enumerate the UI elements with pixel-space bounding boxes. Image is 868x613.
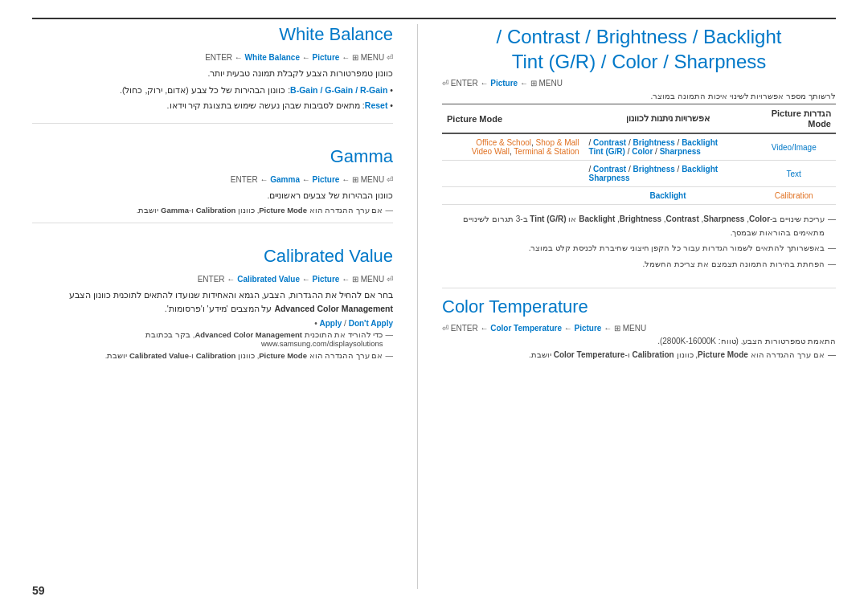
- table-row: Text / Contrast / Brightness / Backlight…: [442, 161, 836, 187]
- gamma-breadcrumb: ⏎ ENTER ← Gamma ← Picture ← ⊞ MENU: [32, 175, 393, 184]
- right-main-title: / Contrast / Brightness / Backlight Tint…: [442, 24, 836, 74]
- calibrated-note-1: — כדי להוריד את התוכנית Advanced Color M…: [32, 330, 393, 348]
- divider-1: [32, 123, 393, 124]
- color-temperature-text: התאמת טמפרטורות הצבע. (טווח: 2800K-16000…: [442, 337, 836, 345]
- top-border: [32, 18, 836, 19]
- calibrated-value-breadcrumb: ⏎ ENTER ← Calibrated Value ← Picture ← ⊞…: [32, 275, 393, 284]
- white-balance-title: White Balance: [32, 24, 393, 45]
- color-temperature-section: Color Temperature ⏎ ENTER ← Color Temper…: [442, 296, 836, 369]
- right-breadcrumb: ⏎ ENTER ← Picture ← ⊞ MENU: [442, 79, 836, 88]
- white-balance-section: White Balance ⏎ ENTER ← White Balance ← …: [32, 24, 393, 115]
- page-number: 59: [32, 584, 45, 597]
- right-note-3: — הפחתת בהירות התמונה תצמצם את צריכת החש…: [442, 258, 836, 272]
- picture-mode-table: הגדרות PictureMode אפשרויות ניתנות לכוונ…: [442, 104, 836, 205]
- right-notes: — עריכת שינויים ב-Backlight ,Brightness …: [442, 213, 836, 273]
- divider-2: [32, 223, 393, 223]
- gamma-text: כוונון הבהירות של צבעים ראשוניים.: [32, 189, 393, 202]
- table-header-mode: הגדרות PictureMode: [751, 104, 836, 134]
- table-cell-setting-1: Video/Image: [751, 133, 836, 161]
- gamma-section: Gamma ⏎ ENTER ← Gamma ← Picture ← ⊞ MENU…: [32, 132, 393, 215]
- color-temperature-breadcrumb: ⏎ ENTER ← Color Temperature ← Picture ← …: [442, 324, 836, 333]
- table-cell-setting-2: Text: [751, 161, 836, 187]
- left-column: White Balance ⏎ ENTER ← White Balance ← …: [32, 24, 418, 589]
- gamma-note: — אם ערך ההגדרה הוא Picture Mode, כוונון…: [32, 206, 393, 215]
- right-intro-text: לרשותך מספר אפשרויות לשינוי איכות התמונה…: [442, 92, 836, 100]
- apply-options: Apply / Don't Apply •: [32, 319, 393, 328]
- table-cell-setting-3: Calibration: [751, 187, 836, 205]
- table-cell-mode-2: [442, 161, 584, 187]
- color-temp-note-1: — אם ערך ההגדרה הוא Picture Mode, כוונון…: [442, 349, 836, 362]
- table-cell-options-2: / Contrast / Brightness / Backlight Shar…: [584, 161, 752, 187]
- table-cell-mode-3: [442, 187, 584, 205]
- calibrated-value-title: Calibrated Value: [32, 246, 393, 267]
- calibrated-note-2: — אם ערך ההגדרה הוא Picture Mode, כוונון…: [32, 351, 393, 360]
- calibrated-value-text: בחר אם להחיל את ההגדרות, הצבע, הגמא והאח…: [32, 288, 393, 316]
- white-balance-breadcrumb: ⏎ ENTER ← White Balance ← Picture ← ⊞ ME…: [32, 53, 393, 62]
- right-column: / Contrast / Brightness / Backlight Tint…: [418, 24, 836, 589]
- table-header-picture-mode: Picture Mode: [442, 104, 584, 134]
- table-cell-options-3: Backlight: [584, 187, 752, 205]
- table-row: Video/Image / Contrast / Brightness / Ba…: [442, 133, 836, 161]
- gamma-title: Gamma: [32, 146, 393, 167]
- page-layout: White Balance ⏎ ENTER ← White Balance ← …: [0, 0, 868, 613]
- color-temperature-title: Color Temperature: [442, 296, 836, 317]
- table-header-options: אפשרויות ניתנות לכוונון: [584, 104, 752, 134]
- table-row: Calibration Backlight: [442, 187, 836, 205]
- white-balance-bullets: B-Gain / G-Gain / R-Gain: כוונון הבהירות…: [32, 84, 393, 112]
- table-cell-options-1: / Contrast / Brightness / Backlight Tint…: [584, 133, 752, 161]
- right-note-1: — עריכת שינויים ב-Backlight ,Brightness …: [442, 213, 836, 239]
- color-temperature-note: — אם ערך ההגדרה הוא Picture Mode, כוונון…: [442, 349, 836, 362]
- right-divider: [442, 288, 836, 288]
- table-cell-mode-1: Office & School, Shop & Mall Video Wall,…: [442, 133, 584, 161]
- right-note-2: — באפשרותך להתאים לשמור הגדרות עבור כל ה…: [442, 242, 836, 255]
- calibrated-value-section: Calibrated Value ⏎ ENTER ← Calibrated Va…: [32, 231, 393, 360]
- white-balance-text: כוונון טמפרטורות הצבע לקבלת תמונה טבעית …: [32, 67, 393, 80]
